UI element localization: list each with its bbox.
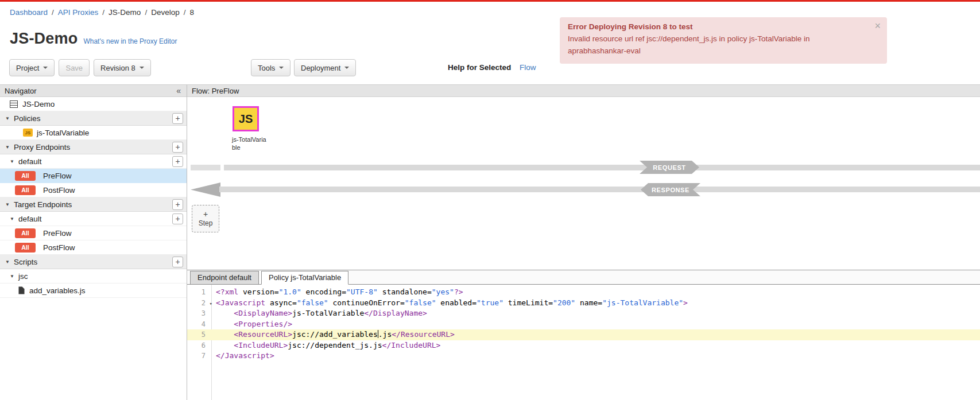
editor-tabs: Endpoint default Policy js-TotalVariable bbox=[187, 270, 980, 285]
error-title: Error Deploying Revision 8 to test bbox=[568, 22, 867, 31]
flow-header-label: Flow: PreFlow bbox=[192, 87, 239, 95]
breadcrumb-proxy-name: JS-Demo bbox=[109, 8, 141, 17]
code-editor: Endpoint default Policy js-TotalVariable… bbox=[187, 270, 980, 400]
proxy-icon bbox=[10, 100, 18, 108]
add-policy-button[interactable]: + bbox=[172, 113, 183, 124]
code-text: </Javascript> bbox=[211, 351, 274, 362]
disclosure-triangle-icon[interactable]: ▼ bbox=[5, 116, 10, 121]
tab-policy-js-totalvariable[interactable]: Policy js-TotalVariable bbox=[261, 271, 348, 285]
add-flow-button[interactable]: + bbox=[172, 213, 183, 224]
disclosure-triangle-icon[interactable]: ▼ bbox=[5, 259, 10, 265]
navigator-title: Navigator bbox=[5, 87, 37, 95]
nav-item-label: PreFlow bbox=[43, 172, 72, 180]
nav-item-script-file[interactable]: add_variables.js bbox=[0, 284, 187, 298]
deployment-menu-button[interactable]: Deployment bbox=[294, 59, 356, 76]
nav-item-proxy-endpoint-default[interactable]: ▼ default + bbox=[0, 154, 187, 169]
flow-help-link[interactable]: Flow bbox=[520, 63, 536, 72]
chevron-down-icon bbox=[279, 67, 284, 69]
breadcrumb-revision: 8 bbox=[189, 8, 194, 17]
whats-new-link[interactable]: What's new in the Proxy Editor bbox=[83, 37, 177, 45]
disclosure-triangle-icon[interactable]: ▼ bbox=[10, 216, 14, 222]
nav-item-target-preflow[interactable]: All PreFlow bbox=[0, 226, 187, 240]
line-number: 6 bbox=[187, 340, 211, 351]
error-message: Invalid resource url ref jsc://dependent… bbox=[568, 33, 867, 57]
breadcrumb-api-proxies[interactable]: API Proxies bbox=[58, 8, 99, 17]
add-proxy-endpoint-button[interactable]: + bbox=[172, 142, 183, 153]
navigator-header: Navigator « bbox=[0, 85, 187, 97]
add-target-endpoint-button[interactable]: + bbox=[172, 199, 183, 210]
policy-node-js-totalvariable[interactable]: JS js-TotalVariable bbox=[231, 106, 269, 152]
code-line[interactable]: 6 <IncludeURL>jsc://dependent_js.js</Inc… bbox=[187, 340, 980, 351]
code-line[interactable]: 3 <DisplayName>js-TotalVariable</Display… bbox=[187, 308, 980, 319]
disclosure-triangle-icon[interactable]: ▼ bbox=[5, 145, 10, 150]
breadcrumb-separator: / bbox=[145, 8, 147, 17]
nav-item-policy-js-totalvariable[interactable]: JS js-TotalVariable bbox=[0, 126, 187, 140]
nav-item-label: JS-Demo bbox=[22, 100, 55, 108]
nav-item-proxy-preflow[interactable]: All PreFlow bbox=[0, 169, 187, 183]
request-arrow-label: REQUEST bbox=[640, 161, 699, 174]
line-number: 5 bbox=[187, 329, 211, 340]
save-button[interactable]: Save bbox=[59, 59, 90, 76]
breadcrumb-develop: Develop bbox=[151, 8, 180, 17]
navigator-panel: Navigator « JS-Demo ▼ Policies + JS js-T… bbox=[0, 85, 187, 400]
all-badge: All bbox=[15, 228, 36, 238]
nav-section-label: Proxy Endpoints bbox=[14, 143, 70, 152]
help-for-selected-label: Help for Selected bbox=[448, 63, 511, 72]
policy-node-label: js-TotalVariable bbox=[232, 135, 266, 152]
code-text: <IncludeURL>jsc://dependent_js.js</Inclu… bbox=[211, 340, 440, 351]
project-menu-button[interactable]: Project bbox=[9, 59, 55, 76]
code-line[interactable]: 1<?xml version="1.0" encoding="UTF-8" st… bbox=[187, 287, 980, 298]
nav-section-policies[interactable]: ▼ Policies + bbox=[0, 111, 187, 126]
response-arrow-label: RESPONSE bbox=[641, 183, 700, 196]
js-policy-icon: JS bbox=[23, 129, 33, 137]
revision-menu-button[interactable]: Revision 8 bbox=[94, 59, 151, 76]
toolbar-tools-group: Tools bbox=[251, 59, 290, 76]
nav-section-target-endpoints[interactable]: ▼ Target Endpoints + bbox=[0, 197, 187, 212]
project-menu-label: Project bbox=[16, 64, 39, 72]
page-title: JS-Demo bbox=[10, 30, 78, 48]
toolbar-deployment-group: Deployment bbox=[294, 59, 356, 76]
add-step-button[interactable]: + Step bbox=[192, 205, 219, 232]
nav-section-proxy-endpoints[interactable]: ▼ Proxy Endpoints + bbox=[0, 140, 187, 154]
breadcrumb-separator: / bbox=[102, 8, 104, 17]
nav-item-label: default bbox=[18, 157, 42, 166]
nav-item-proxy-root[interactable]: JS-Demo bbox=[0, 97, 187, 111]
disclosure-triangle-icon[interactable]: ▼ bbox=[5, 202, 10, 207]
nav-section-label: Policies bbox=[14, 114, 41, 123]
all-badge: All bbox=[15, 171, 36, 181]
nav-item-target-postflow[interactable]: All PostFlow bbox=[0, 240, 187, 255]
nav-section-scripts[interactable]: ▼ Scripts + bbox=[0, 255, 187, 269]
code-line[interactable]: 5 <ResourceURL>jsc://add_variables.js</R… bbox=[187, 329, 980, 340]
nav-item-proxy-postflow[interactable]: All PostFlow bbox=[0, 183, 187, 197]
code-text: <?xml version="1.0" encoding="UTF-8" sta… bbox=[211, 287, 463, 298]
code-lines[interactable]: 1<?xml version="1.0" encoding="UTF-8" st… bbox=[187, 285, 980, 400]
disclosure-triangle-icon[interactable]: ▼ bbox=[10, 159, 14, 164]
nav-item-label: PreFlow bbox=[43, 229, 72, 238]
nav-item-scripts-jsc-folder[interactable]: ▼ jsc bbox=[0, 269, 187, 284]
nav-item-target-endpoint-default[interactable]: ▼ default + bbox=[0, 212, 187, 226]
save-label: Save bbox=[65, 64, 83, 72]
code-line[interactable]: 2▾<Javascript async="false" continueOnEr… bbox=[187, 298, 980, 309]
line-number: 1 bbox=[187, 287, 211, 298]
code-line[interactable]: 7</Javascript> bbox=[187, 351, 980, 362]
response-arrowhead-icon bbox=[191, 182, 220, 197]
request-flow-bar bbox=[224, 165, 980, 170]
nav-item-label: add_variables.js bbox=[29, 286, 86, 295]
disclosure-triangle-icon[interactable]: ▼ bbox=[10, 274, 14, 279]
tools-label: Tools bbox=[258, 64, 275, 72]
fold-arrow-icon[interactable]: ▾ bbox=[210, 298, 212, 309]
code-text: <ResourceURL>jsc://add_variables.js</Res… bbox=[211, 329, 455, 340]
flow-canvas[interactable]: JS js-TotalVariable REQUEST RESPONSE + S… bbox=[187, 97, 980, 270]
tools-menu-button[interactable]: Tools bbox=[251, 59, 290, 76]
breadcrumb-dashboard[interactable]: Dashboard bbox=[10, 8, 48, 17]
add-script-button[interactable]: + bbox=[172, 257, 183, 267]
breadcrumb-separator: / bbox=[184, 8, 186, 17]
tab-endpoint-default[interactable]: Endpoint default bbox=[190, 271, 259, 285]
code-line[interactable]: 4 <Properties/> bbox=[187, 319, 980, 330]
collapse-sidebar-icon[interactable]: « bbox=[175, 86, 182, 95]
js-policy-shape-icon[interactable]: JS bbox=[233, 106, 259, 131]
add-flow-button[interactable]: + bbox=[172, 156, 183, 167]
close-icon[interactable]: × bbox=[874, 21, 881, 31]
nav-item-label: jsc bbox=[18, 272, 28, 281]
line-number: 4 bbox=[187, 319, 211, 330]
